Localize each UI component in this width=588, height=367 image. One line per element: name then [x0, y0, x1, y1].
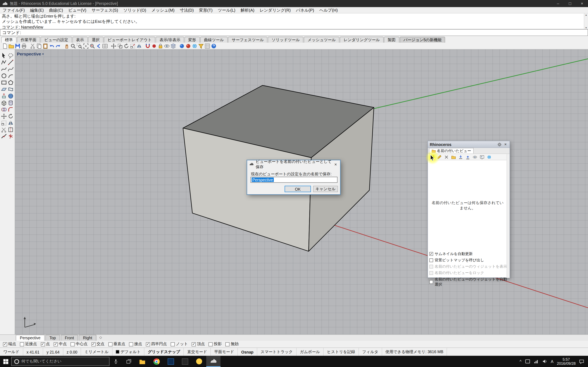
status-gumball[interactable]: ガムボール [296, 348, 324, 356]
tray-ime-indicator[interactable]: A [551, 359, 553, 364]
selection-filter-icon[interactable] [198, 43, 204, 49]
tray-network-icon[interactable] [534, 359, 539, 364]
object-snap-icon[interactable] [145, 43, 151, 49]
rotate-tool-icon[interactable] [8, 113, 14, 119]
menu-mesh[interactable]: メッシュ(M) [149, 7, 177, 13]
scroll-down-icon[interactable]: ▼ [585, 26, 587, 29]
sphere-tool-icon[interactable] [8, 93, 14, 99]
menu-analyze[interactable]: 解析(A) [238, 7, 257, 13]
pan-view-icon[interactable] [64, 43, 70, 49]
status-ortho[interactable]: 直交モード [184, 348, 211, 356]
import-views-icon[interactable] [458, 155, 463, 159]
cylinder-tool-icon[interactable] [8, 100, 14, 106]
viewport-title[interactable]: Perspective ▾ [17, 52, 44, 56]
tray-chevron-up-icon[interactable]: ^ [520, 359, 521, 364]
select-tool-icon[interactable] [1, 52, 7, 59]
open-file-icon[interactable] [8, 43, 14, 49]
arc-tool-icon[interactable] [8, 73, 14, 79]
viewport-menu-arrow-icon[interactable]: ▾ [42, 52, 44, 56]
taskbar-app-4[interactable] [178, 356, 192, 367]
box-tool-icon[interactable] [1, 100, 7, 106]
viewport-tab-perspective[interactable]: Perspective [16, 335, 44, 341]
start-button[interactable] [0, 356, 11, 367]
tab-render-tools[interactable]: レンダリングツール [340, 37, 384, 43]
taskbar-app-rhino[interactable] [206, 356, 221, 367]
cut-icon[interactable] [30, 43, 35, 49]
cancel-button[interactable]: キャンセル [313, 186, 338, 192]
osnap-vertex[interactable]: ✓頂点 [192, 342, 205, 347]
move-tool-icon[interactable] [1, 113, 7, 119]
loft-tool-icon[interactable] [8, 86, 14, 92]
osnap-quadrant[interactable]: ✓四半円点 [146, 342, 167, 347]
edit-layers-icon[interactable] [170, 43, 176, 49]
material-editor-icon[interactable] [192, 43, 198, 49]
scroll-up-icon[interactable]: ▲ [585, 13, 587, 17]
taskbar-search-box[interactable]: 何でも聞いてください [11, 357, 109, 366]
viewport-tab-front[interactable]: Front [61, 335, 78, 341]
tab-view-settings[interactable]: ビューの設定 [40, 37, 72, 43]
osnap-perpendicular[interactable]: 垂直点 [108, 342, 125, 347]
osnap-near[interactable]: 近接点 [20, 342, 37, 347]
fillet-tool-icon[interactable] [8, 106, 14, 113]
close-button[interactable]: × [576, 0, 588, 7]
minimize-button[interactable]: – [552, 0, 564, 7]
render-preview-icon[interactable] [185, 43, 191, 49]
tab-mesh-tools[interactable]: メッシュツール [304, 37, 339, 43]
check-auto-select-widget[interactable]: 名前の付いたビューのウィジェットを自動選択 [429, 277, 510, 287]
check-auto-update-thumbnails[interactable]: ✓ サムネイルを自動更新 [429, 251, 510, 257]
new-file-icon[interactable] [2, 43, 8, 49]
undo-icon[interactable] [49, 43, 55, 49]
scale-tool-icon[interactable] [1, 120, 7, 126]
osnap-intersection[interactable]: ✓交点 [91, 342, 104, 347]
osnap-point[interactable]: ✓点 [41, 342, 50, 347]
tab-standard[interactable]: 標準 [1, 37, 17, 43]
command-history-scrollbar[interactable]: ▲ ▼ [584, 13, 588, 29]
menu-solid[interactable]: ソリッド(O) [121, 7, 149, 13]
osnap-disable[interactable]: 無効 [225, 342, 238, 347]
taskbar-app-explorer[interactable] [135, 356, 149, 367]
help-icon[interactable] [211, 43, 217, 49]
delete-view-icon[interactable] [444, 155, 449, 159]
zoom-dynamic-icon[interactable] [70, 43, 76, 49]
osnap-end[interactable]: ✓端点 [3, 342, 16, 347]
menu-transform[interactable]: 変形(T) [196, 7, 215, 13]
tray-volume-icon[interactable] [542, 359, 547, 364]
tab-drafting[interactable]: 製図 [384, 37, 399, 43]
tab-cplanes[interactable]: 作業平面 [17, 37, 40, 43]
record-history-icon[interactable] [151, 43, 157, 49]
menu-panels[interactable]: パネル(P) [293, 7, 317, 13]
mirror-icon[interactable] [136, 43, 142, 49]
menu-dimension[interactable]: 寸法(D) [177, 7, 196, 13]
tab-surface-tools[interactable]: サーフェスツール [228, 37, 268, 43]
undo-view-change-icon[interactable] [95, 43, 102, 49]
rectangle-tool-icon[interactable] [1, 79, 7, 86]
checkbox-unchecked[interactable] [429, 258, 433, 262]
explode-tool-icon[interactable] [8, 133, 14, 140]
gear-icon[interactable] [497, 142, 502, 147]
paste-icon[interactable] [43, 43, 48, 49]
polygon-tool-icon[interactable] [8, 79, 14, 86]
show-widget-icon[interactable] [472, 155, 477, 159]
check-restore-background-bitmap[interactable]: 背景ビットマップを呼び出し [429, 258, 510, 263]
rotate-icon[interactable] [123, 43, 129, 49]
osnap-center[interactable]: 中心点 [70, 342, 87, 347]
microphone-icon[interactable] [109, 356, 122, 367]
thumbnail-options-icon[interactable] [480, 155, 484, 159]
tab-v5-new-features[interactable]: バージョン5の新機能 [400, 37, 445, 43]
tab-visibility[interactable]: 表示/非表示 [156, 37, 184, 43]
status-planar[interactable]: 平面モード [211, 348, 238, 356]
tab-select[interactable]: 選択 [88, 37, 103, 43]
tab-display[interactable]: 表示 [72, 37, 87, 43]
tab-solid-tools[interactable]: ソリッドツール [268, 37, 303, 43]
copy-icon[interactable] [36, 43, 42, 49]
checkbox-checked[interactable]: ✓ [429, 252, 433, 256]
move-icon[interactable] [111, 43, 117, 49]
boolean-tool-icon[interactable] [1, 106, 7, 113]
split-tool-icon[interactable] [8, 127, 14, 133]
named-views-list[interactable]: 名前の付いたビューは何も保存されていません。 [428, 160, 507, 250]
copy-object-icon[interactable] [117, 43, 123, 49]
polyline-tool-icon[interactable] [1, 59, 7, 66]
zoom-extents-icon[interactable] [83, 43, 89, 49]
menu-view[interactable]: ビュー(V) [66, 7, 89, 13]
taskbar-app-5[interactable] [192, 356, 206, 367]
